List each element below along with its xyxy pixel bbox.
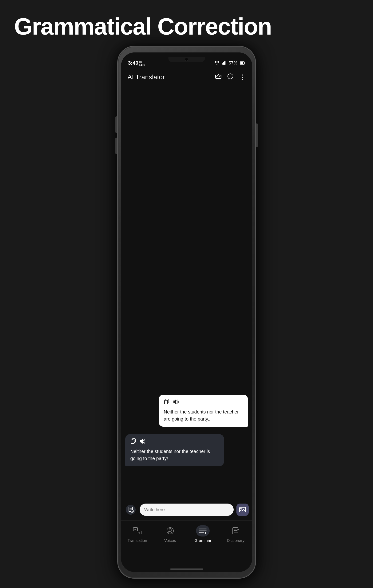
svg-text:A: A [134,528,136,531]
nav-item-grammar[interactable]: Grammar [192,525,213,543]
svg-rect-3 [224,61,225,65]
svg-rect-12 [131,440,134,444]
nav-item-translation[interactable]: A 文 Translation [127,525,148,543]
volume-up-button [115,116,117,133]
nav-icon-wrap-dictionary: A-Z [229,525,242,536]
page-title: Grammatical Correction [14,13,272,40]
svg-text:A: A [131,510,133,513]
nav-label-voices: Voices [164,538,176,543]
app-title: AI Translator [128,74,165,81]
nav-label-dictionary: Dictionary [227,538,245,543]
camera-dot [185,58,188,61]
image-icon[interactable] [236,504,249,516]
nav-label-grammar: Grammar [194,538,211,543]
svg-point-0 [216,64,217,65]
home-indicator [170,568,203,570]
app-header: AI Translator ⋮ [121,69,252,85]
user-message-bubble: Neither the students nor the teacher are… [159,395,248,427]
status-right: 57% [214,61,245,66]
user-message-text: Neither the students nor the teacher are… [164,408,243,422]
nav-item-voices[interactable]: Voices [160,525,181,543]
text-input[interactable] [140,504,234,516]
header-icons: ⋮ [215,73,246,81]
volume-down-button [115,137,117,154]
nav-item-dictionary[interactable]: A-Z Dictionary [225,525,246,543]
battery-text: 57% [228,61,237,66]
svg-point-18 [241,508,242,509]
wifi-icon [214,61,220,66]
phone-frame: 3:40 81KB/s [117,46,256,578]
svg-point-13 [126,505,136,514]
ai-message-text: Neither the students nor the teacher is … [131,448,219,462]
svg-rect-7 [244,62,245,64]
nav-icon-wrap-grammar [196,525,210,536]
svg-text:A-Z: A-Z [234,528,239,532]
bottom-navigation: A 文 Translation [121,520,252,572]
signal-icon [222,61,226,66]
nav-icon-wrap-translation: A 文 [131,525,144,536]
nav-label-translation: Translation [128,538,147,543]
nav-icon-wrap-voices [163,525,177,536]
camera-notch [168,57,205,62]
svg-rect-17 [240,507,246,512]
input-area: A [121,499,252,520]
svg-rect-10 [164,400,168,404]
svg-rect-4 [225,61,226,65]
power-button [256,124,258,147]
phone-screen: 3:40 81KB/s [121,52,252,572]
svg-text:文: 文 [138,532,140,534]
speaker-icon-ai[interactable] [139,438,145,445]
kb-indicator: 81KB/s [139,61,145,66]
crown-icon[interactable] [215,74,222,81]
svg-rect-8 [215,78,221,79]
status-time: 3:40 81KB/s [128,60,145,66]
copy-icon-user[interactable] [164,399,170,406]
svg-rect-6 [240,62,243,64]
ai-message-bubble: Neither the students nor the teacher is … [125,434,224,466]
svg-rect-2 [223,62,224,65]
refresh-icon[interactable] [227,73,234,81]
document-icon[interactable]: A [125,504,137,516]
chat-area: Neither the students nor the teacher are… [121,85,252,520]
ai-bubble-action-icons [131,438,219,445]
copy-icon-ai[interactable] [131,438,136,445]
bubble-action-icons [164,399,243,406]
speaker-icon-user[interactable] [173,399,179,406]
svg-rect-1 [222,63,222,65]
battery-icon [240,61,245,66]
more-options-icon[interactable]: ⋮ [239,74,246,81]
svg-point-24 [169,528,171,532]
time-text: 3:40 [128,60,138,66]
